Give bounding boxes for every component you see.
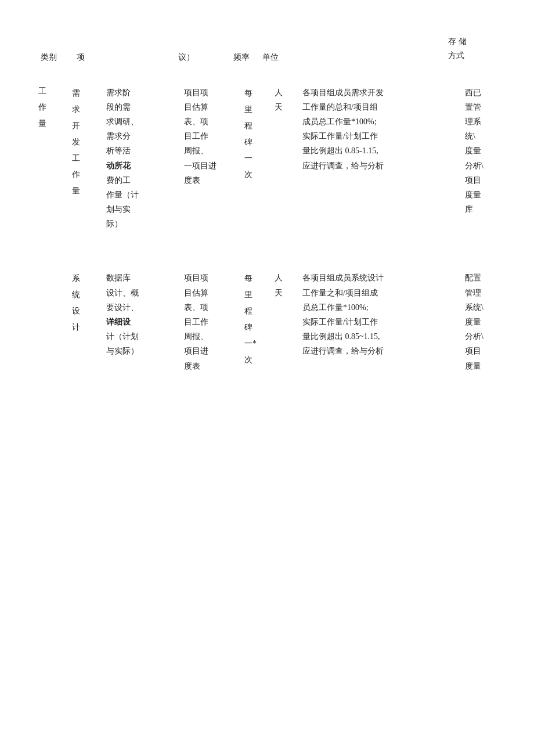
- cell-desc-1: 需求阶 段的需 求调研、 需求分 析等活 动所花 费的工 作量（计 划与实 际）: [103, 83, 178, 234]
- header-cunchu: 存 储 方式: [448, 35, 489, 63]
- section-2: 系 统 设 计 数据库 设计、概 要设计、 详细设 计（计划 与实际） 项目项 …: [35, 268, 505, 375]
- cell-lebie-2: [35, 268, 64, 273]
- cell-pinlv-2: 每 里 程 碑 一* 次: [241, 268, 269, 370]
- cell-cunchu-1: 西已 置管 理系 统\ 度量 分析\ 项目 度量 库: [461, 83, 505, 219]
- header-danwei: 单位: [262, 52, 286, 63]
- section-1: 工 作 量 需 求 开 发 工 作 量 需求阶 段的需 求调研、 需求分 析等活…: [35, 83, 505, 234]
- cell-calc-2: 各项目组成员系统设计 工作量之和/项目组成 员总工作量*100%; 实际工作量/…: [299, 268, 456, 361]
- cell-cunchu-2: 配置 管理 系统\ 度量 分析\ 项目 度量: [461, 268, 505, 375]
- cell-pinlv-1: 每 里 程 碑 一 次: [241, 83, 269, 185]
- header-yi: 议）: [178, 52, 233, 63]
- cell-lebie-1: 工 作 量: [35, 83, 64, 134]
- cell-xiang-1: 需 求 开 发 工 作 量: [68, 83, 100, 201]
- cell-yi-2: 项目项 目估算 表、项 目工作 周报、 项目进 度表: [181, 268, 239, 375]
- cell-calc-1: 各项目组成员需求开发 工作量的总和/项目组 成员总工作量*100%; 实际工作量…: [299, 83, 456, 175]
- cell-desc-2: 数据库 设计、概 要设计、 详细设 计（计划 与实际）: [103, 268, 178, 361]
- cell-yi-1: 项目项 目估算 表、项 目工作 周报、 一项目进 度表: [181, 83, 239, 190]
- header-pinlv: 频率: [233, 52, 262, 63]
- header-xiang: 项: [77, 52, 109, 63]
- cell-danwei-2: 人 天: [271, 268, 293, 302]
- page: 类别 项 议） 频率 单位 存 储 方式 工 作 量 需 求 开 发 工 作 量: [0, 0, 534, 756]
- cell-danwei-1: 人 天: [271, 83, 293, 117]
- table-header: 类别 项 议） 频率 单位 存 储 方式: [35, 35, 505, 74]
- cell-xiang-2: 系 统 设 计: [68, 268, 100, 338]
- header-lebie: 类别: [41, 52, 70, 63]
